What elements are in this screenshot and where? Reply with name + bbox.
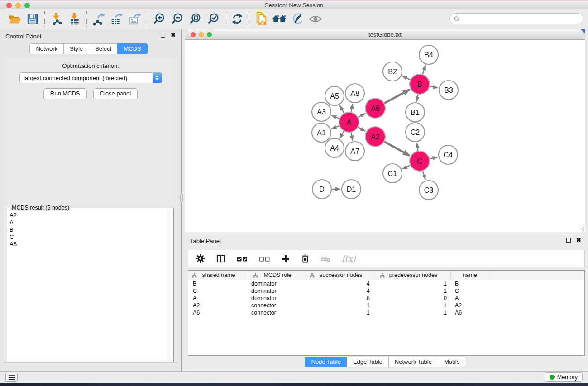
- network-graph[interactable]: B4B2BB3A5A8A6A3B1AC2A1A2A4A7C4CC1DD1C3: [185, 40, 585, 232]
- graph-edge[interactable]: [331, 115, 339, 118]
- table-cell[interactable]: 1: [376, 288, 451, 294]
- houses-icon[interactable]: [270, 11, 288, 27]
- table-cell[interactable]: 1: [306, 302, 376, 309]
- resize-grip-icon[interactable]: [578, 225, 584, 231]
- table-cell[interactable]: connector: [249, 302, 306, 309]
- table-cell[interactable]: A6: [451, 310, 489, 316]
- table-row[interactable]: A6connector11A6: [188, 309, 584, 316]
- search-input[interactable]: [462, 14, 583, 24]
- graph-edge[interactable]: [423, 171, 425, 180]
- split-columns-icon[interactable]: [216, 254, 226, 263]
- result-scrollbar[interactable]: [167, 210, 173, 362]
- table-cell[interactable]: 8: [306, 295, 376, 301]
- table-cell[interactable]: 4: [306, 281, 376, 287]
- run-mcds-button[interactable]: Run MCDS: [43, 88, 87, 99]
- gene-view-icon[interactable]: [288, 11, 306, 27]
- mcds-result-list[interactable]: A2ABCA6: [8, 210, 167, 361]
- graph-edge[interactable]: [384, 142, 410, 156]
- table-cell[interactable]: 1: [376, 302, 451, 309]
- network-file-icon[interactable]: [252, 11, 270, 27]
- table-cell[interactable]: dominator: [249, 288, 306, 294]
- graph-edge[interactable]: [351, 104, 353, 112]
- close-table-panel-icon[interactable]: ✖: [576, 238, 581, 243]
- graph-edge[interactable]: [340, 131, 344, 138]
- graph-edge[interactable]: [358, 127, 365, 131]
- tab-mcds[interactable]: MCDS: [117, 43, 147, 54]
- tab-select[interactable]: Select: [89, 43, 118, 54]
- tab-network-table[interactable]: Network Table: [388, 357, 438, 367]
- graph-edge[interactable]: [351, 133, 353, 141]
- table-row[interactable]: Cdominator41C: [188, 287, 584, 295]
- network-window-titlebar[interactable]: testGlobe.txt: [185, 29, 585, 40]
- save-session-icon[interactable]: [24, 11, 42, 27]
- graph-edge[interactable]: [430, 86, 438, 88]
- mcds-result-item[interactable]: A: [10, 219, 165, 226]
- export-image-icon[interactable]: [126, 11, 144, 27]
- delete-table-icon[interactable]: [320, 255, 331, 263]
- graph-edge[interactable]: [384, 90, 410, 103]
- graph-edge[interactable]: [358, 114, 365, 117]
- table-cell[interactable]: 0: [376, 295, 451, 301]
- tab-motifs[interactable]: Motifs: [438, 357, 466, 367]
- table-row[interactable]: Adominator80A: [188, 295, 584, 302]
- column-header-successor-nodes[interactable]: successor nodes: [306, 271, 376, 280]
- graph-edge[interactable]: [423, 65, 425, 74]
- export-table-icon[interactable]: [108, 11, 126, 27]
- column-header-predecessor-nodes[interactable]: predecessor nodes: [376, 271, 451, 280]
- import-network-icon[interactable]: [48, 11, 66, 27]
- graph-edge[interactable]: [402, 165, 410, 169]
- table-cell[interactable]: C: [451, 288, 489, 294]
- table-cell[interactable]: 1: [376, 281, 451, 287]
- panel-divider-grip[interactable]: [180, 194, 183, 202]
- table-cell[interactable]: A2: [188, 302, 249, 309]
- open-file-icon[interactable]: [5, 11, 24, 27]
- export-network-icon[interactable]: [90, 11, 108, 27]
- float-table-panel-icon[interactable]: [566, 238, 571, 243]
- tab-edge-table[interactable]: Edge Table: [347, 357, 389, 367]
- column-header-mcds-role[interactable]: MCDS role: [249, 271, 306, 280]
- zoom-out-icon[interactable]: [168, 11, 186, 27]
- table-cell[interactable]: B: [451, 281, 489, 287]
- task-history-button[interactable]: [5, 373, 18, 382]
- column-header-name[interactable]: name: [451, 271, 489, 280]
- deselect-all-checkboxes-icon[interactable]: [259, 255, 270, 262]
- table-cell[interactable]: 1: [306, 310, 376, 316]
- mcds-result-item[interactable]: C: [10, 234, 165, 241]
- select-all-checkboxes-icon[interactable]: [237, 255, 248, 262]
- table-cell[interactable]: B: [188, 281, 249, 287]
- zoom-fit-icon[interactable]: [186, 11, 204, 27]
- zoom-in-icon[interactable]: [150, 11, 168, 27]
- table-cell[interactable]: A6: [188, 310, 249, 316]
- gear-icon[interactable]: [196, 254, 205, 263]
- column-header-shared-name[interactable]: shared name: [188, 271, 249, 280]
- graph-edge[interactable]: [331, 126, 339, 129]
- mcds-result-item[interactable]: A2: [10, 212, 165, 219]
- criterion-dropdown[interactable]: largest connected component (directed): [19, 72, 162, 83]
- graph-edge[interactable]: [402, 76, 410, 80]
- zoom-selected-icon[interactable]: [204, 11, 222, 27]
- table-row[interactable]: A2connector11A2: [188, 302, 584, 309]
- table-row[interactable]: Bdominator41B: [188, 280, 584, 287]
- graph-edge[interactable]: [417, 143, 418, 151]
- graph-edge[interactable]: [417, 95, 418, 102]
- tab-node-table[interactable]: Node Table: [305, 357, 347, 367]
- float-panel-icon[interactable]: [161, 33, 165, 38]
- table-cell[interactable]: A: [188, 295, 249, 301]
- network-canvas[interactable]: B4B2BB3A5A8A6A3B1AC2A1A2A4A7C4CC1DD1C3: [185, 40, 585, 232]
- table-cell[interactable]: 4: [306, 288, 376, 294]
- table-cell[interactable]: C: [188, 288, 249, 294]
- tab-network[interactable]: Network: [29, 43, 64, 54]
- delete-column-icon[interactable]: [301, 254, 310, 263]
- graph-edge[interactable]: [430, 157, 437, 159]
- mcds-result-item[interactable]: B: [10, 226, 165, 234]
- refresh-layout-icon[interactable]: [228, 11, 246, 27]
- mcds-result-item[interactable]: A6: [10, 241, 165, 248]
- table-cell[interactable]: 1: [376, 310, 451, 316]
- table-cell[interactable]: dominator: [249, 281, 306, 287]
- table-cell[interactable]: A: [451, 295, 489, 301]
- memory-button[interactable]: Memory: [545, 372, 583, 382]
- eye-icon[interactable]: [306, 11, 325, 27]
- graph-edge[interactable]: [340, 105, 344, 113]
- import-table-icon[interactable]: [66, 11, 84, 27]
- close-panel-button[interactable]: Close panel: [93, 88, 138, 99]
